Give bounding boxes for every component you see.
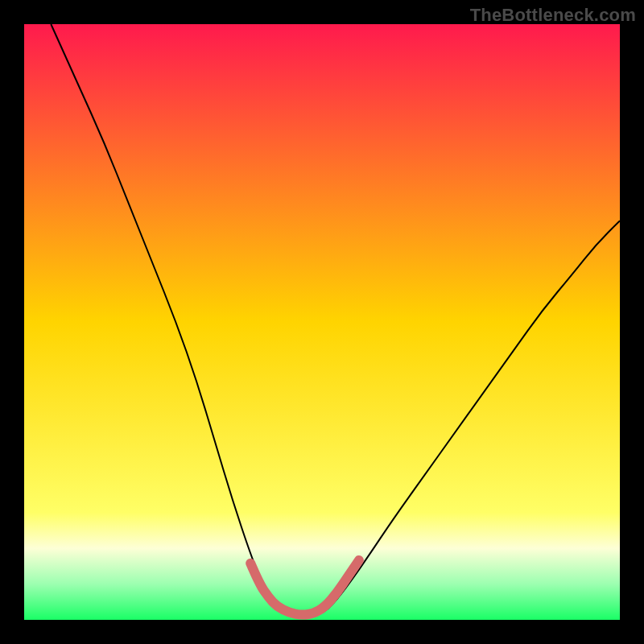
bottleneck-chart <box>0 0 644 644</box>
plot-background <box>24 24 620 620</box>
chart-stage: TheBottleneck.com <box>0 0 644 644</box>
